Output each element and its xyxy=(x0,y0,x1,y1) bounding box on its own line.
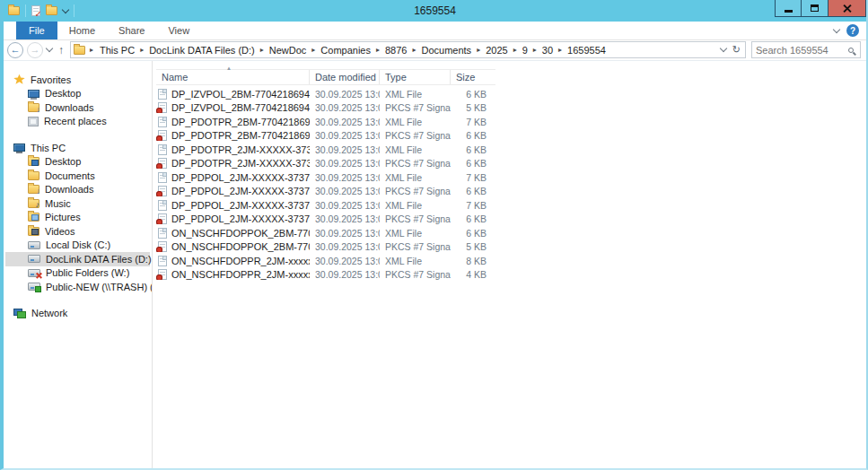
qat-new-folder-icon[interactable] xyxy=(46,6,57,15)
sidebar-item-label: Favorites xyxy=(31,74,71,85)
file-name-cell: DP_PDPOL_2JM-XXXXX-3737474C-533C-... xyxy=(156,186,310,196)
sidebar-item-label: Recent places xyxy=(44,116,107,126)
signature-file-icon xyxy=(158,186,167,196)
explorer-window: 1659554 FileHomeShareView ? ← → ↑ ▸ This… xyxy=(0,0,868,470)
tab-file[interactable]: File xyxy=(16,22,57,39)
breadcrumb-item[interactable]: 30 xyxy=(540,45,555,56)
sidebar-item-downloads[interactable]: Downloads xyxy=(5,100,150,115)
file-date-cell: 30.09.2025 13:02 xyxy=(310,213,380,224)
breadcrumb-separator[interactable]: ▸ xyxy=(557,46,564,54)
xml-file-icon xyxy=(158,200,167,211)
breadcrumb-item[interactable]: DocLink DATA Files (D:) xyxy=(147,45,257,56)
breadcrumb-item[interactable]: 8876 xyxy=(383,45,408,56)
column-header-date-modified[interactable]: Date modified xyxy=(310,70,380,84)
file-row[interactable]: DP_IZVPOL_2BM-7704218694-201205280...30.… xyxy=(156,87,866,101)
maximize-button[interactable] xyxy=(802,0,829,17)
file-size-cell: 6 KB xyxy=(451,228,495,239)
breadcrumb-separator[interactable]: ▸ xyxy=(259,46,266,54)
file-row[interactable]: DP_PDPOL_2JM-XXXXX-3737474C-533C-...30.0… xyxy=(156,213,866,227)
breadcrumb-item[interactable]: Documents xyxy=(419,45,473,56)
sidebar-item-desktop[interactable]: Desktop xyxy=(5,155,150,170)
file-row[interactable]: ON_NSCHFDOPPOK_2BM-7704218694-2...30.09.… xyxy=(156,240,866,255)
breadcrumb-item[interactable]: NewDoc xyxy=(267,45,309,56)
file-row[interactable]: DP_PDOTPR_2BM-7704218694-20120528...30.0… xyxy=(156,129,866,144)
file-row[interactable]: ON_NSCHFDOPPOK_2BM-7704218694-2...30.09.… xyxy=(156,226,866,240)
breadcrumb-item[interactable]: 2025 xyxy=(484,45,509,56)
sidebar-item-public-new-trash-x-[interactable]: Public-NEW (\\TRASH) (X:) xyxy=(5,280,150,294)
breadcrumb-separator[interactable]: ▸ xyxy=(310,46,317,54)
sidebar-item-music[interactable]: Music xyxy=(5,196,150,211)
file-row[interactable]: DP_PDPOL_2JM-XXXXX-3737474C-533C-...30.0… xyxy=(156,170,866,185)
ribbon-expand-chevron-icon[interactable] xyxy=(833,25,840,32)
file-row[interactable]: DP_PDPOL_2JM-XXXXX-3737474C-533C-...30.0… xyxy=(156,198,866,213)
breadcrumb-separator[interactable]: ▸ xyxy=(512,46,519,54)
search-input[interactable] xyxy=(752,45,848,56)
back-button[interactable]: ← xyxy=(7,42,23,58)
breadcrumb-separator[interactable]: ▸ xyxy=(138,46,145,54)
file-row[interactable]: DP_PDOTPR_2JM-XXXXX-3737474C-533C...30.0… xyxy=(156,157,866,171)
breadcrumb-separator[interactable]: ▸ xyxy=(410,46,417,54)
file-row[interactable]: ON_NSCHFDOPPR_2JM-xxxxx-3737474c-...30.0… xyxy=(156,254,866,268)
tab-view[interactable]: View xyxy=(156,22,201,39)
column-header-size[interactable]: Size xyxy=(451,70,495,84)
tab-share[interactable]: Share xyxy=(107,22,156,39)
qat-properties-icon[interactable] xyxy=(31,5,40,16)
signature-file-icon xyxy=(158,130,167,141)
file-date-cell: 30.09.2025 13:01 xyxy=(310,144,380,155)
file-name-text: DP_IZVPOL_2BM-7704218694-201205280... xyxy=(171,89,310,100)
file-row[interactable]: DP_PDOTPR_2JM-XXXXX-3737474C-533C...30.0… xyxy=(156,143,866,157)
file-row[interactable]: DP_PDOTPR_2BM-7704218694-20120528...30.0… xyxy=(156,115,866,129)
tab-home[interactable]: Home xyxy=(57,22,107,39)
file-name-cell: DP_PDPOL_2JM-XXXXX-3737474C-533C-... xyxy=(156,213,310,224)
up-button[interactable]: ↑ xyxy=(56,44,66,57)
sidebar-item-documents[interactable]: Documents xyxy=(5,169,150,183)
breadcrumb-separator[interactable]: ▸ xyxy=(374,46,381,54)
close-button[interactable] xyxy=(829,0,866,17)
sidebar-item-pictures[interactable]: Pictures xyxy=(5,211,150,225)
file-row[interactable]: DP_IZVPOL_2BM-7704218694-201205280...30.… xyxy=(156,101,866,116)
sidebar-item-favorites[interactable]: Favorites xyxy=(5,73,150,87)
sidebar-item-recent-places[interactable]: Recent places xyxy=(5,115,150,129)
sidebar-item-label: Desktop xyxy=(45,88,81,99)
breadcrumb-item[interactable]: Companies xyxy=(319,45,373,56)
breadcrumb-item[interactable]: This PC xyxy=(98,45,136,56)
minimize-button[interactable] xyxy=(775,0,802,17)
sidebar-item-local-disk-c-[interactable]: Local Disk (C:) xyxy=(5,239,150,253)
sidebar-item-label: Downloads xyxy=(45,102,93,113)
file-name-text: ON_NSCHFDOPPR_2JM-xxxxx-3737474c-... xyxy=(171,269,310,280)
sidebar-item-doclink-data-files-d-[interactable]: DocLink DATA Files (D:) xyxy=(5,252,150,266)
sidebar-item-videos[interactable]: Videos xyxy=(5,224,150,239)
address-dropdown-chevron-icon[interactable] xyxy=(720,45,727,52)
sort-ascending-icon: ▲ xyxy=(226,65,232,71)
sidebar-item-downloads[interactable]: Downloads xyxy=(5,183,150,197)
forward-button[interactable]: → xyxy=(27,42,43,58)
breadcrumb-separator[interactable]: ▸ xyxy=(475,46,482,54)
column-header-type[interactable]: Type xyxy=(380,70,451,84)
file-size-cell: 6 KB xyxy=(451,213,495,224)
breadcrumb-separator: ▸ xyxy=(88,46,95,54)
help-icon[interactable]: ? xyxy=(846,24,859,37)
breadcrumb-item[interactable]: 1659554 xyxy=(566,45,608,56)
breadcrumb-separator[interactable]: ▸ xyxy=(531,46,539,54)
file-type-cell: PKCS #7 Signature xyxy=(380,186,451,196)
disk-icon xyxy=(28,255,40,263)
file-row[interactable]: DP_PDPOL_2JM-XXXXX-3737474C-533C-...30.0… xyxy=(156,185,866,199)
sidebar-item-network[interactable]: Network xyxy=(5,307,150,321)
address-box[interactable]: ▸ This PC▸DocLink DATA Files (D:)▸NewDoc… xyxy=(70,41,746,58)
recent-locations-chevron-icon[interactable] xyxy=(46,45,53,52)
file-date-cell: 30.09.2025 13:02 xyxy=(310,102,380,113)
column-header-name[interactable]: Name xyxy=(156,70,310,84)
sidebar-item-label: Local Disk (C:) xyxy=(46,239,110,250)
file-row[interactable]: ON_NSCHFDOPPR_2JM-xxxxx-3737474c-...30.0… xyxy=(156,268,866,283)
file-type-cell: PKCS #7 Signature xyxy=(380,213,451,224)
breadcrumb-item[interactable]: 9 xyxy=(521,45,530,56)
folder-music-icon xyxy=(28,199,39,208)
refresh-icon[interactable]: ↻ xyxy=(732,44,741,56)
file-name-cell: DP_PDPOL_2JM-XXXXX-3737474C-533C-... xyxy=(156,200,310,211)
sidebar-item-this-pc[interactable]: This PC xyxy=(5,141,150,155)
sidebar-item-desktop[interactable]: Desktop xyxy=(5,87,150,101)
explorer-app-icon[interactable] xyxy=(8,6,20,15)
sidebar-item-public-folders-w-[interactable]: Public Folders (W:) xyxy=(5,266,150,281)
close-icon xyxy=(842,4,852,13)
qat-customize-chevron-icon[interactable] xyxy=(62,5,69,13)
